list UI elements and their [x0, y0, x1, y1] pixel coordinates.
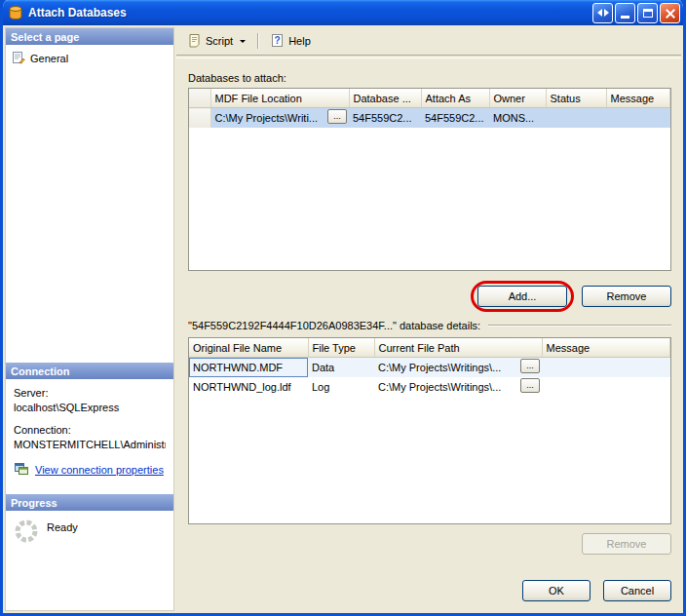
maximize-button[interactable]	[637, 3, 658, 23]
col-attach-as[interactable]: Attach As	[421, 89, 489, 108]
window-title: Attach Databases	[28, 6, 588, 19]
minimize-icon	[621, 16, 629, 19]
original-file-name-value[interactable]: NORTHWND_log.ldf	[189, 377, 308, 397]
main-panel: Script ? Help Databases to attach:	[176, 27, 681, 611]
server-value: localhost\SQLExpress	[14, 401, 166, 414]
connection-properties-icon	[14, 460, 29, 479]
toolbar-separator	[257, 33, 258, 49]
file-type-value: Log	[308, 377, 374, 397]
progress-header: Progress	[6, 494, 173, 511]
select-page-header: Select a page	[6, 28, 173, 45]
remove-button[interactable]: Remove	[582, 286, 671, 307]
col-original-file-name[interactable]: Original File Name	[189, 338, 308, 358]
row-selector[interactable]	[189, 108, 210, 129]
help-icon: ?	[270, 33, 285, 50]
details-message-value	[542, 377, 670, 397]
col-details-message[interactable]: Message	[542, 338, 670, 358]
sidebar: Select a page General Connec	[5, 27, 174, 611]
view-connection-properties-link[interactable]: View connection properties	[35, 463, 164, 477]
page-list: General	[6, 45, 173, 363]
server-label: Server:	[14, 386, 166, 400]
close-icon	[665, 8, 675, 19]
details-remove-button[interactable]: Remove	[582, 533, 671, 555]
current-file-path-value: C:\My Projects\Writings\...	[378, 362, 501, 373]
attach-as-value: 54F559C2...	[421, 108, 489, 129]
current-file-path-value: C:\My Projects\Writings\...	[378, 381, 501, 393]
script-button[interactable]: Script	[180, 30, 252, 53]
details-message-value	[542, 358, 670, 378]
attach-table-row[interactable]: C:\My Projects\Writi... ... 54F559C2... …	[189, 108, 670, 129]
progress-panel: Ready	[6, 511, 173, 610]
database-icon	[8, 5, 23, 20]
connection-label: Connection:	[14, 423, 166, 437]
databases-to-attach-label: Databases to attach:	[188, 72, 671, 84]
browse-data-file-button[interactable]: ...	[520, 359, 540, 373]
status-value	[546, 108, 606, 129]
database-value: 54F559C2...	[349, 108, 421, 129]
original-file-name-value[interactable]: NORTHWND.MDF	[189, 358, 308, 378]
database-details-label: "54F559C2192F4444F10D26A0983E34F..." dat…	[188, 320, 480, 331]
toolbar: Script ? Help	[176, 27, 681, 55]
attach-table-header-row: MDF File Location Database ... Attach As…	[189, 89, 670, 108]
progress-spinner-icon	[14, 519, 39, 546]
attach-databases-dialog: Attach Databases Select a page	[0, 0, 686, 616]
window-controls	[592, 3, 680, 23]
script-icon	[187, 33, 202, 50]
svg-text:?: ?	[275, 35, 281, 46]
col-database[interactable]: Database ...	[349, 89, 421, 108]
progress-status: Ready	[47, 521, 78, 533]
connection-value: MONSTERMITCHELL\Administra	[14, 438, 166, 451]
dock-arrows-icon	[597, 9, 609, 17]
row-selector-header	[189, 89, 210, 108]
col-mdf-file-location[interactable]: MDF File Location	[210, 89, 349, 108]
ok-button[interactable]: OK	[522, 580, 591, 601]
database-details-table: Original File Name File Type Current Fil…	[188, 337, 671, 524]
add-button[interactable]: Add...	[477, 286, 567, 307]
dock-button[interactable]	[592, 3, 613, 23]
message-value	[606, 108, 670, 129]
owner-value: MONS...	[489, 108, 546, 129]
details-divider	[488, 325, 671, 327]
browse-log-file-button[interactable]: ...	[520, 378, 540, 393]
chevron-down-icon	[240, 40, 246, 43]
connection-panel: Server: localhost\SQLExpress Connection:…	[6, 379, 173, 494]
script-button-label: Script	[206, 35, 233, 47]
cancel-button[interactable]: Cancel	[603, 580, 671, 601]
sidebar-item-label: General	[30, 53, 68, 64]
main-content: Databases to attach: MDF File Location D…	[176, 58, 681, 611]
col-owner[interactable]: Owner	[489, 89, 546, 108]
details-table-header-row: Original File Name File Type Current Fil…	[189, 338, 670, 358]
connection-header: Connection	[6, 363, 173, 379]
maximize-icon	[643, 9, 653, 18]
details-table-row[interactable]: NORTHWND_log.ldf Log C:\My Projects\Writ…	[189, 377, 670, 397]
help-button-label: Help	[288, 35, 311, 47]
titlebar: Attach Databases	[3, 0, 683, 25]
col-file-type[interactable]: File Type	[308, 338, 374, 358]
details-table-row[interactable]: NORTHWND.MDF Data C:\My Projects\Writing…	[189, 358, 670, 378]
col-message[interactable]: Message	[606, 89, 670, 108]
browse-mdf-button[interactable]: ...	[327, 109, 347, 124]
close-button[interactable]	[660, 3, 680, 23]
sidebar-item-general[interactable]: General	[10, 50, 170, 67]
col-current-file-path[interactable]: Current File Path	[374, 338, 542, 358]
page-icon	[12, 51, 25, 66]
col-status[interactable]: Status	[546, 89, 606, 108]
help-button[interactable]: ? Help	[263, 30, 318, 53]
databases-to-attach-table: MDF File Location Database ... Attach As…	[188, 88, 671, 271]
mdf-file-location-value: C:\My Projects\Writi...	[215, 112, 319, 124]
file-type-value: Data	[308, 358, 374, 378]
minimize-button[interactable]	[615, 3, 635, 23]
